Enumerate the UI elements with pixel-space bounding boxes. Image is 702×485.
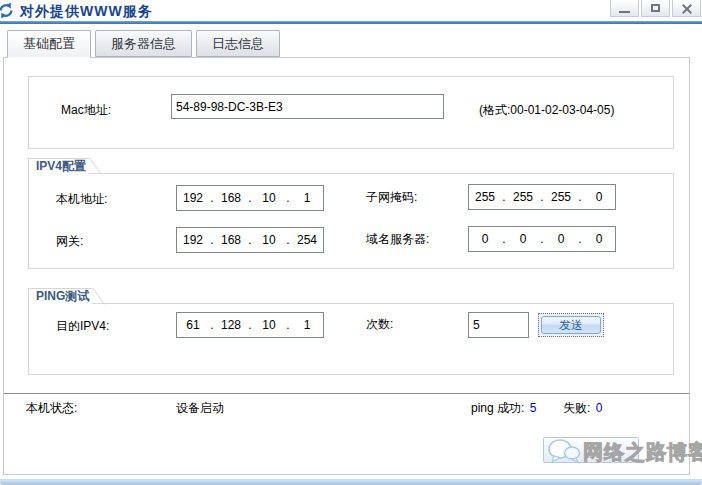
ip-segment: 192 bbox=[182, 191, 204, 205]
window-icon bbox=[0, 2, 15, 19]
ip-segment: 61 bbox=[182, 318, 204, 332]
ip-dot: . bbox=[577, 232, 583, 246]
ping-section-title: PING测试 bbox=[28, 288, 92, 304]
subnet-mask-label: 子网掩码: bbox=[366, 189, 417, 206]
ip-segment: 255 bbox=[512, 190, 534, 204]
ping-fail-label: 失败: bbox=[563, 401, 590, 415]
tab-basic-config[interactable]: 基础配置 bbox=[7, 30, 91, 58]
maximize-button[interactable] bbox=[641, 0, 670, 17]
ping-count-input[interactable] bbox=[468, 312, 529, 338]
ip-dot: . bbox=[209, 233, 215, 247]
ip-segment: 0 bbox=[588, 232, 610, 246]
tab-bar: 基础配置 服务器信息 日志信息 bbox=[7, 30, 284, 58]
host-address-input[interactable]: 192.168.10.1 bbox=[176, 185, 324, 211]
ip-segment: 10 bbox=[258, 318, 280, 332]
basic-config-panel: Mac地址: (格式:00-01-02-03-04-05) IPV4配置 本机地… bbox=[3, 57, 690, 475]
host-address-label: 本机地址: bbox=[56, 191, 107, 208]
minimize-button[interactable] bbox=[610, 0, 639, 17]
send-button[interactable]: 发送 bbox=[538, 313, 604, 337]
close-icon bbox=[681, 3, 692, 14]
ip-segment: 128 bbox=[220, 318, 242, 332]
ping-dest-label: 目的IPV4: bbox=[56, 318, 109, 335]
ip-dot: . bbox=[209, 191, 215, 205]
ip-dot: . bbox=[285, 191, 291, 205]
tab-server-info[interactable]: 服务器信息 bbox=[95, 30, 192, 57]
ip-segment: 254 bbox=[296, 233, 318, 247]
ip-segment: 192 bbox=[182, 233, 204, 247]
host-state-value: 设备启动 bbox=[176, 400, 224, 417]
ip-segment: 168 bbox=[220, 233, 242, 247]
mac-address-label: Mac地址: bbox=[61, 102, 111, 119]
tab-log-info[interactable]: 日志信息 bbox=[196, 30, 280, 57]
dns-server-input[interactable]: 0.0.0.0 bbox=[468, 226, 616, 252]
ping-count-label: 次数: bbox=[366, 316, 393, 333]
ping-fail-count: 0 bbox=[594, 401, 605, 415]
ip-dot: . bbox=[247, 318, 253, 332]
window-frame-bottom bbox=[0, 479, 702, 485]
ping-success-label: ping 成功: bbox=[471, 401, 524, 415]
device-config-window: 对外提供WWW服务 基础配置 服务器信息 日志信息 Mac地址: (格式:00-… bbox=[0, 0, 702, 485]
subnet-mask-input[interactable]: 255.255.255.0 bbox=[468, 184, 616, 210]
host-state-label: 本机状态: bbox=[26, 400, 77, 417]
ip-dot: . bbox=[285, 318, 291, 332]
ping-result: ping 成功: 5 失败: 0 bbox=[471, 400, 604, 417]
grouptab-diagonal bbox=[92, 288, 105, 305]
ping-dest-input[interactable]: 61.128.10.1 bbox=[176, 312, 324, 338]
ip-segment: 1 bbox=[296, 318, 318, 332]
mac-format-hint: (格式:00-01-02-03-04-05) bbox=[479, 102, 614, 119]
ip-segment: 0 bbox=[588, 190, 610, 204]
dns-server-label: 域名服务器: bbox=[366, 231, 429, 248]
window-controls bbox=[608, 0, 701, 17]
send-button-label: 发送 bbox=[541, 316, 601, 334]
minimize-icon bbox=[619, 11, 630, 13]
ip-dot: . bbox=[539, 232, 545, 246]
ip-segment: 255 bbox=[474, 190, 496, 204]
ip-dot: . bbox=[577, 190, 583, 204]
window-title: 对外提供WWW服务 bbox=[20, 3, 153, 21]
mac-address-input[interactable] bbox=[171, 94, 444, 119]
ip-dot: . bbox=[285, 233, 291, 247]
close-button[interactable] bbox=[672, 0, 701, 17]
ip-segment: 10 bbox=[258, 191, 280, 205]
ip-segment: 168 bbox=[220, 191, 242, 205]
ip-segment: 10 bbox=[258, 233, 280, 247]
ip-segment: 0 bbox=[474, 232, 496, 246]
ip-segment: 0 bbox=[512, 232, 534, 246]
ip-segment: 0 bbox=[550, 232, 572, 246]
gateway-label: 网关: bbox=[56, 233, 83, 250]
ip-dot: . bbox=[247, 233, 253, 247]
ip-dot: . bbox=[539, 190, 545, 204]
titlebar: 对外提供WWW服务 bbox=[0, 0, 702, 21]
status-separator bbox=[4, 393, 689, 394]
gateway-input[interactable]: 192.168.10.254 bbox=[176, 227, 324, 253]
ip-dot: . bbox=[501, 190, 507, 204]
ip-segment: 1 bbox=[296, 191, 318, 205]
apply-button[interactable] bbox=[543, 437, 639, 463]
title-underline bbox=[0, 21, 702, 24]
ping-success-count: 5 bbox=[528, 401, 539, 415]
grouptab-diagonal bbox=[89, 158, 102, 175]
ip-dot: . bbox=[209, 318, 215, 332]
ip-dot: . bbox=[501, 232, 507, 246]
ping-section-title-text: PING测试 bbox=[36, 289, 89, 303]
ipv4-section-title-text: IPV4配置 bbox=[36, 159, 86, 173]
maximize-icon bbox=[651, 4, 660, 12]
ip-segment: 255 bbox=[550, 190, 572, 204]
ipv4-section-title: IPV4配置 bbox=[28, 158, 89, 174]
ip-dot: . bbox=[247, 191, 253, 205]
